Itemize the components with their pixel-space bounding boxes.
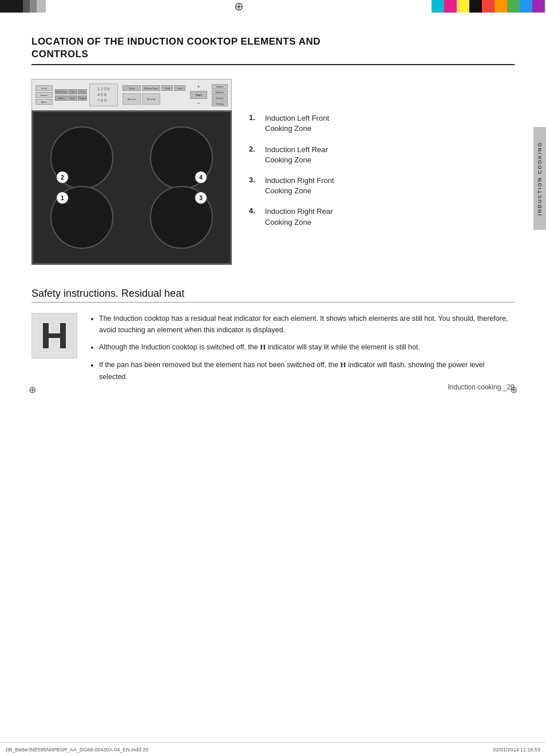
- panel-child-btn: Child: [161, 85, 173, 91]
- color-swatch-magenta: [444, 0, 457, 13]
- zone-item-4: 4. Induction Right RearCooking Zone: [249, 206, 515, 227]
- sidebar-tab: INDUCTION COOKING: [533, 127, 546, 230]
- h-indicator-2: H: [341, 360, 346, 369]
- diagram-area: Boost Simmer Warm Flex/Timer Flex Front: [31, 79, 515, 265]
- footer-left: (IB_Better)NE595N0PBSR_AA_DG68-00430A-04…: [6, 747, 148, 753]
- footer-right: 02/01/2014 11:16:53: [493, 747, 540, 753]
- panel-btn-boost: Boost: [35, 85, 53, 91]
- panel-btn-simmer: Simmer: [35, 92, 53, 98]
- color-swatch-black2: [469, 0, 482, 13]
- title-divider: [31, 64, 515, 65]
- burner-bottom-left: 1: [50, 186, 113, 249]
- zone-item-2: 2. Induction Left RearCooking Zone: [249, 145, 515, 165]
- panel-r2: Boil/Pan: [212, 90, 228, 95]
- panel-selectors: Flex/Timer Flex Front Select Boil Custom: [55, 89, 87, 101]
- zone-list: 1. Induction Left FrontCooking Zone 2. I…: [249, 79, 515, 265]
- panel-sel1: Flex/Timer: [55, 89, 68, 94]
- panel-sel3: Front: [78, 89, 87, 94]
- panel-nums-row3: 7 8 9: [97, 98, 109, 104]
- svg-rect-1: [60, 323, 66, 348]
- burner-label-1: 1: [56, 192, 69, 204]
- color-swatch-midgray: [30, 0, 37, 13]
- panel-brpat-btn: Brn Patt: [142, 93, 160, 105]
- h-indicator-1: H: [260, 343, 266, 351]
- safety-bullet-1: The Induction cooktop has a residual hea…: [99, 313, 515, 336]
- zone-number-3: 3.: [249, 176, 260, 184]
- panel-number-display: 1 2 3 6 4 5 8 7 8 9: [89, 83, 118, 106]
- panel-r3: Simmer: [212, 96, 228, 101]
- color-swatch-red: [482, 0, 494, 13]
- cooktop-container: Boost Simmer Warm Flex/Timer Flex Front: [31, 79, 232, 265]
- safety-title: Safety instructions. Residual heat: [31, 288, 515, 303]
- zone-number-1: 1.: [249, 113, 260, 122]
- safety-bullet-2: Although the Induction cooktop is switch…: [99, 341, 515, 353]
- panel-minus: −: [190, 100, 207, 106]
- safety-bullets: The Induction cooktop has a residual hea…: [89, 313, 515, 388]
- burner-bottom-right: 3: [150, 186, 213, 249]
- zone-number-4: 4.: [249, 206, 260, 215]
- burner-top-left: 2: [50, 126, 113, 189]
- bottom-crosshair-left: ⊕: [29, 384, 36, 395]
- burner-top-right: 4: [150, 126, 213, 189]
- panel-far-right: Simmer Boil/Pan Simmer Settings: [212, 84, 228, 106]
- panel-sel6: Custom: [78, 96, 87, 101]
- safety-content: The Induction cooktop has a residual hea…: [31, 313, 515, 388]
- panel-r1: Simmer: [212, 84, 228, 89]
- color-swatch-yellow: [457, 0, 469, 13]
- panel-sel5: Boil: [68, 96, 77, 101]
- safety-bullet-3: If the pan has been removed but the elem…: [99, 359, 515, 383]
- panel-nums-row2: 4 5 8: [97, 92, 109, 98]
- color-swatch-purple: [532, 0, 545, 13]
- panel-sel2: Flex: [68, 89, 77, 94]
- panel-r4: Settings: [212, 101, 228, 106]
- residual-heat-icon: [31, 313, 77, 359]
- top-center-crosshair: ⊕: [46, 0, 432, 13]
- cooktop-surface: 2 4 1 3: [31, 110, 232, 265]
- panel-timer-btn: Timer: [122, 85, 141, 91]
- bottom-bar: (IB_Better)NE595N0PBSR_AA_DG68-00430A-04…: [0, 742, 546, 756]
- burner-label-4: 4: [195, 171, 207, 184]
- zone-item-1: 1. Induction Left FrontCooking Zone: [249, 113, 515, 134]
- zone-text-3: Induction Right FrontCooking Zone: [265, 176, 334, 196]
- color-swatch-orange: [494, 0, 507, 13]
- top-color-bar: ⊕: [0, 0, 546, 13]
- panel-elecon-btn: Elec On: [122, 93, 141, 105]
- cooktop-panel: Boost Simmer Warm Flex/Timer Flex Front: [31, 79, 232, 110]
- h-icon-svg: [37, 319, 72, 353]
- panel-lock-btn: Lock: [174, 85, 185, 91]
- panel-btn-warm: Warm: [35, 99, 53, 105]
- color-swatch-lightgray: [37, 0, 46, 13]
- page-content: INDUCTION COOKING LOCATION OF THE INDUCT…: [0, 13, 546, 411]
- panel-start-btn: Start: [190, 91, 207, 99]
- zone-text-2: Induction Left RearCooking Zone: [265, 145, 328, 165]
- svg-rect-2: [43, 333, 60, 338]
- panel-plus: +: [190, 83, 207, 90]
- section-title: LOCATION OF THE INDUCTION COOKTOP ELEMEN…: [31, 35, 515, 61]
- page-number: Induction cooking _20: [448, 383, 515, 391]
- burner-label-3: 3: [195, 192, 207, 204]
- burner-label-2: 2: [56, 171, 69, 184]
- crosshair-icon: ⊕: [234, 0, 244, 13]
- color-swatch-darkgray: [23, 0, 30, 13]
- zone-number-2: 2.: [249, 145, 260, 153]
- color-swatch-green: [507, 0, 520, 13]
- panel-nums-row1: 1 2 3 6: [97, 86, 109, 92]
- color-swatch-black: [0, 0, 23, 13]
- panel-right-controls: Timer Kitchen Timer Child Lock Elec On B…: [122, 85, 185, 105]
- panel-left-buttons: Boost Simmer Warm: [35, 85, 53, 105]
- color-swatches-right: [432, 0, 546, 13]
- color-swatch-blue: [520, 0, 532, 13]
- zone-text-1: Induction Left FrontCooking Zone: [265, 113, 329, 134]
- color-swatch-cyan: [432, 0, 444, 13]
- zone-item-3: 3. Induction Right FrontCooking Zone: [249, 176, 515, 196]
- panel-kitchen-btn: Kitchen Timer: [142, 85, 160, 91]
- panel-plusminus: + Start −: [190, 83, 207, 106]
- bottom-crosshair-right: ⊕: [510, 384, 517, 395]
- safety-section: Safety instructions. Residual heat The I…: [31, 288, 515, 388]
- panel-sel4: Select: [55, 96, 68, 101]
- zone-text-4: Induction Right RearCooking Zone: [265, 206, 333, 227]
